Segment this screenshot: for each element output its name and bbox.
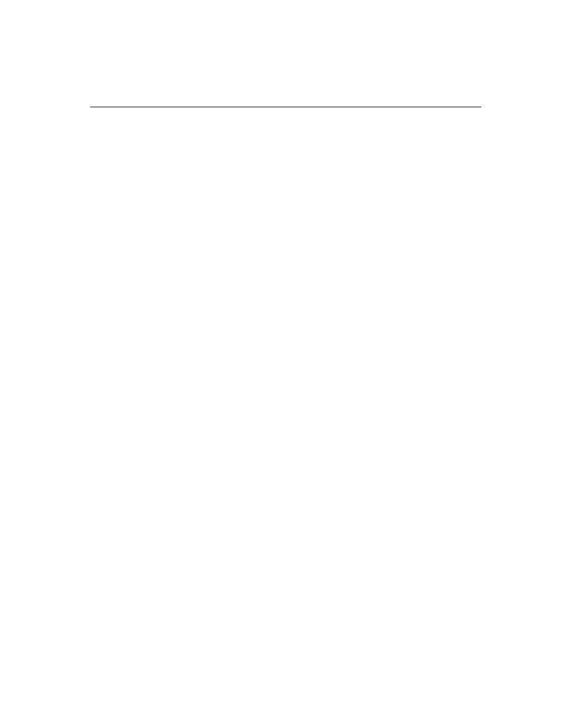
horizontal-divider xyxy=(90,107,481,107)
